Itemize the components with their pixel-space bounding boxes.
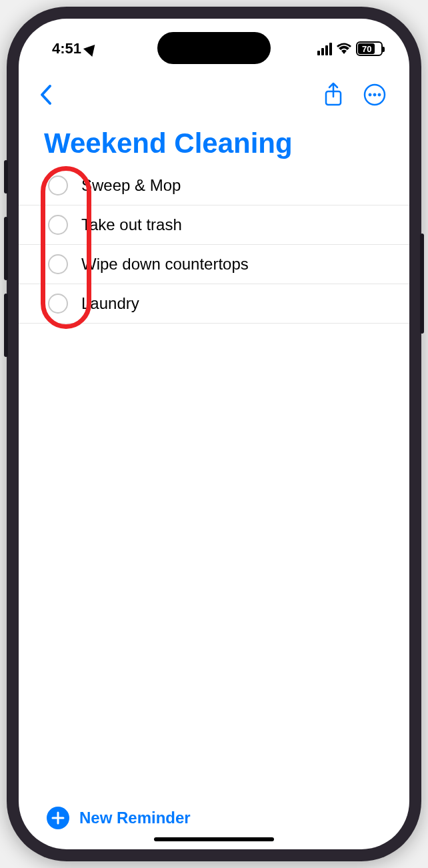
nav-bar	[19, 65, 409, 114]
complete-circle-icon[interactable]	[48, 215, 68, 235]
svg-point-3	[373, 93, 376, 96]
power-button	[420, 234, 424, 334]
wifi-icon	[336, 43, 352, 55]
new-reminder-button[interactable]: New Reminder	[79, 809, 191, 827]
complete-circle-icon[interactable]	[48, 254, 68, 274]
complete-circle-icon[interactable]	[48, 175, 68, 195]
status-time: 4:51	[52, 40, 81, 57]
list-item[interactable]: Wipe down countertops	[19, 245, 409, 284]
complete-circle-icon[interactable]	[48, 294, 68, 314]
location-icon	[83, 41, 99, 57]
list-item[interactable]: Take out trash	[19, 205, 409, 245]
screen: 4:51 70	[19, 19, 409, 849]
back-button[interactable]	[39, 83, 53, 106]
more-button[interactable]	[363, 83, 386, 106]
svg-point-2	[369, 93, 371, 96]
reminder-label[interactable]: Wipe down countertops	[81, 255, 249, 274]
home-indicator[interactable]	[154, 837, 274, 841]
dynamic-island	[157, 32, 271, 64]
status-right: 70	[317, 41, 383, 56]
volume-up-button	[4, 217, 8, 280]
cellular-icon	[317, 43, 332, 55]
reminder-label[interactable]: Sweep & Mop	[81, 176, 181, 195]
volume-down-button	[4, 294, 8, 357]
reminder-label[interactable]: Laundry	[81, 294, 139, 313]
list-title[interactable]: Weekend Cleaning	[19, 114, 409, 166]
list-item[interactable]: Laundry	[19, 284, 409, 324]
silent-switch	[4, 160, 8, 193]
battery-icon: 70	[356, 41, 383, 56]
reminders-list: Sweep & Mop Take out trash Wipe down cou…	[19, 166, 409, 793]
svg-point-4	[378, 93, 381, 96]
share-button[interactable]	[323, 82, 343, 107]
iphone-frame: 4:51 70	[7, 7, 421, 861]
reminder-label[interactable]: Take out trash	[81, 215, 182, 234]
list-item[interactable]: Sweep & Mop	[19, 166, 409, 205]
battery-percent: 70	[362, 44, 371, 54]
add-icon[interactable]	[47, 807, 69, 829]
status-left: 4:51	[52, 40, 97, 57]
